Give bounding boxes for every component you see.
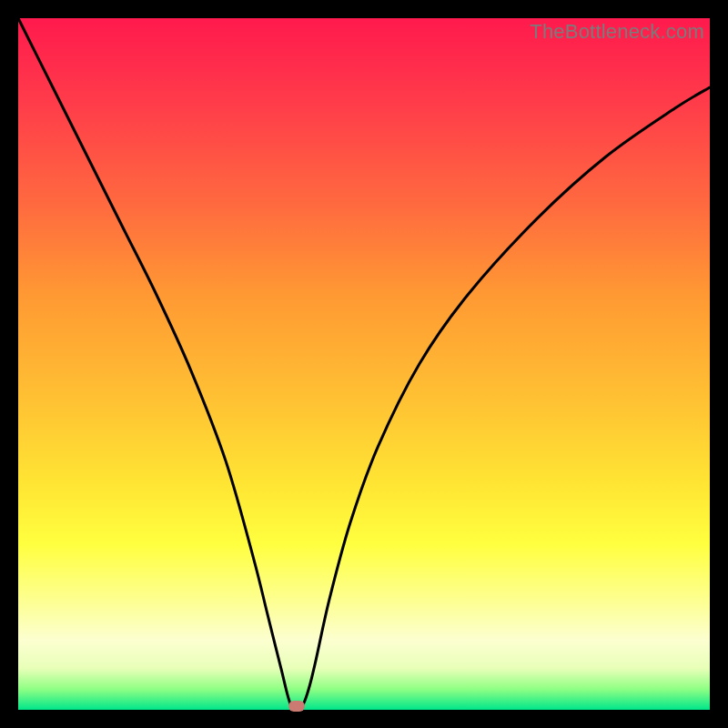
- chart-frame: TheBottleneck.com: [18, 18, 710, 710]
- curve-path: [18, 18, 710, 710]
- bottleneck-curve: [18, 18, 710, 710]
- minimum-marker: [288, 701, 305, 712]
